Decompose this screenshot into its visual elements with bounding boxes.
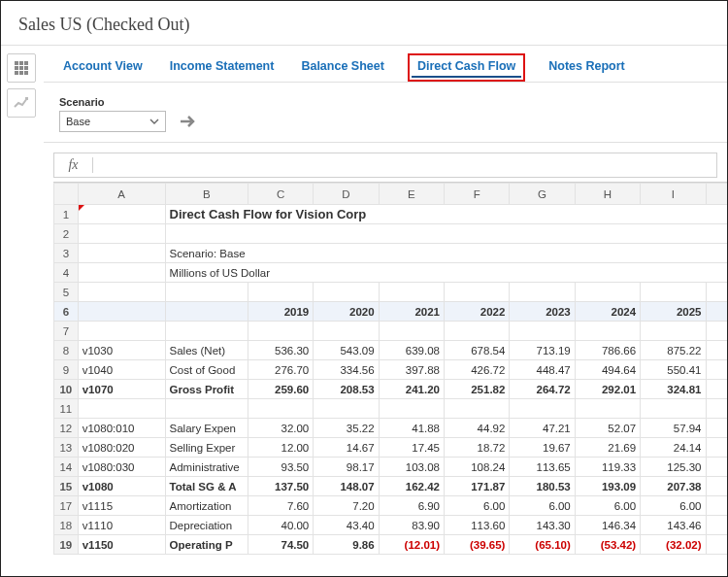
col-header-B[interactable]: B xyxy=(165,184,248,205)
tab-balance-sheet[interactable]: Balance Sheet xyxy=(297,53,387,82)
label-cell[interactable]: Administrative xyxy=(165,458,248,477)
value-cell[interactable]: (53.42) xyxy=(575,535,640,555)
row-header[interactable]: 8 xyxy=(54,341,79,360)
label-cell[interactable]: Amortization xyxy=(165,496,248,516)
code-cell[interactable]: v1110 xyxy=(78,516,165,535)
row-header[interactable]: 10 xyxy=(54,380,79,399)
col-header-D[interactable]: D xyxy=(314,184,379,205)
value-cell[interactable]: 21.69 xyxy=(575,438,640,458)
value-cell[interactable]: 171.87 xyxy=(445,477,510,496)
value-cell[interactable]: 573.72 xyxy=(706,360,727,380)
year-header[interactable]: 2019 xyxy=(248,302,313,322)
value-cell[interactable]: 44.92 xyxy=(445,419,510,438)
value-cell[interactable]: 83.90 xyxy=(379,516,444,535)
value-cell[interactable]: 292.01 xyxy=(575,380,640,399)
value-cell[interactable]: 146.34 xyxy=(575,516,640,535)
row-header[interactable]: 7 xyxy=(54,322,79,341)
value-cell[interactable]: 6.00 xyxy=(445,496,510,516)
code-cell[interactable]: v1080:030 xyxy=(78,458,165,477)
row-header[interactable]: 4 xyxy=(54,263,79,283)
row-header[interactable]: 1 xyxy=(54,205,79,224)
value-cell[interactable]: 7.60 xyxy=(248,496,313,516)
code-cell[interactable]: v1030 xyxy=(78,341,165,360)
value-cell[interactable]: 786.66 xyxy=(575,341,640,360)
label-cell[interactable]: Operating P xyxy=(165,535,248,555)
value-cell[interactable]: 32.00 xyxy=(248,419,313,438)
value-cell[interactable]: 259.60 xyxy=(248,380,313,399)
year-header[interactable]: 2022 xyxy=(445,302,510,322)
report-title-cell[interactable]: Direct Cash Flow for Vision Corp xyxy=(165,205,727,224)
label-cell[interactable]: Sales (Net) xyxy=(165,341,248,360)
tab-direct-cash-flow[interactable]: Direct Cash Flow xyxy=(408,53,525,82)
units-line-cell[interactable]: Millions of US Dollar xyxy=(165,263,727,283)
row-header[interactable]: 15 xyxy=(54,477,79,496)
col-header-I[interactable]: I xyxy=(641,184,706,205)
value-cell[interactable]: 125.28 xyxy=(706,516,727,535)
value-cell[interactable]: 113.60 xyxy=(445,516,510,535)
value-cell[interactable]: 25.16 xyxy=(706,438,727,458)
value-cell[interactable] xyxy=(445,399,510,419)
value-cell[interactable]: 74.50 xyxy=(248,535,313,555)
value-cell[interactable]: 12.00 xyxy=(248,438,313,458)
tab-account-view[interactable]: Account View xyxy=(59,53,147,82)
value-cell[interactable]: 276.70 xyxy=(248,360,313,380)
value-cell[interactable]: 125.30 xyxy=(641,458,706,477)
value-cell[interactable] xyxy=(706,399,727,419)
value-cell[interactable]: 148.07 xyxy=(314,477,379,496)
year-header[interactable]: 2025 xyxy=(641,302,706,322)
value-cell[interactable]: 17.45 xyxy=(379,438,444,458)
label-cell[interactable]: Salary Expen xyxy=(165,419,248,438)
value-cell[interactable]: 324.81 xyxy=(641,380,706,399)
col-header-corner[interactable] xyxy=(54,184,79,205)
row-header[interactable]: 19 xyxy=(54,535,79,555)
value-cell[interactable]: 713.19 xyxy=(510,341,575,360)
value-cell[interactable]: 93.50 xyxy=(248,458,313,477)
value-cell[interactable]: 193.09 xyxy=(575,477,640,496)
row-header[interactable]: 14 xyxy=(54,458,79,477)
value-cell[interactable]: 494.64 xyxy=(575,360,640,380)
value-cell[interactable]: (12.01) xyxy=(379,535,444,555)
value-cell[interactable]: 24.14 xyxy=(641,438,706,458)
value-cell[interactable]: (32.02) xyxy=(641,535,706,555)
code-cell[interactable]: v1070 xyxy=(78,380,165,399)
value-cell[interactable]: 137.50 xyxy=(248,477,313,496)
value-cell[interactable]: 6.00 xyxy=(706,496,727,516)
value-cell[interactable]: 143.46 xyxy=(641,516,706,535)
value-cell[interactable]: 47.21 xyxy=(510,419,575,438)
value-cell[interactable]: 143.30 xyxy=(510,516,575,535)
col-header-G[interactable]: G xyxy=(510,184,575,205)
value-cell[interactable]: 60.39 xyxy=(706,419,727,438)
value-cell[interactable]: 131.56 xyxy=(706,458,727,477)
year-header[interactable]: 2023 xyxy=(510,302,575,322)
label-cell[interactable]: Total SG & A xyxy=(165,477,248,496)
value-cell[interactable]: 119.33 xyxy=(575,458,640,477)
value-cell[interactable]: 6.00 xyxy=(510,496,575,516)
code-cell[interactable]: v1150 xyxy=(78,535,165,555)
value-cell[interactable]: (65.10) xyxy=(510,535,575,555)
row-header[interactable]: 12 xyxy=(54,419,79,438)
value-cell[interactable]: 40.00 xyxy=(248,516,313,535)
code-cell[interactable] xyxy=(78,399,165,419)
label-cell[interactable]: Depreciation xyxy=(165,516,248,535)
col-header-H[interactable]: H xyxy=(575,184,640,205)
value-cell[interactable]: 180.53 xyxy=(510,477,575,496)
col-header-A[interactable]: A xyxy=(78,184,165,205)
value-cell[interactable]: 103.08 xyxy=(379,458,444,477)
spreadsheet-grid[interactable]: ABCDEFGHIJ1Direct Cash Flow for Vision C… xyxy=(53,182,727,559)
value-cell[interactable]: 162.42 xyxy=(379,477,444,496)
row-header[interactable]: 18 xyxy=(54,516,79,535)
value-cell[interactable]: 912.50 xyxy=(706,341,727,360)
tab-notes-report[interactable]: Notes Report xyxy=(545,53,628,82)
value-cell[interactable] xyxy=(248,399,313,419)
cell[interactable] xyxy=(78,205,165,224)
grid-view-button[interactable] xyxy=(7,53,36,83)
value-cell[interactable]: 14.67 xyxy=(314,438,379,458)
value-cell[interactable]: 426.72 xyxy=(445,360,510,380)
value-cell[interactable]: 875.22 xyxy=(641,341,706,360)
value-cell[interactable]: 678.54 xyxy=(445,341,510,360)
chart-view-button[interactable] xyxy=(7,88,36,118)
row-header[interactable]: 6 xyxy=(54,302,79,322)
value-cell[interactable]: 550.41 xyxy=(641,360,706,380)
code-cell[interactable]: v1040 xyxy=(78,360,165,380)
value-cell[interactable]: 251.82 xyxy=(445,380,510,399)
